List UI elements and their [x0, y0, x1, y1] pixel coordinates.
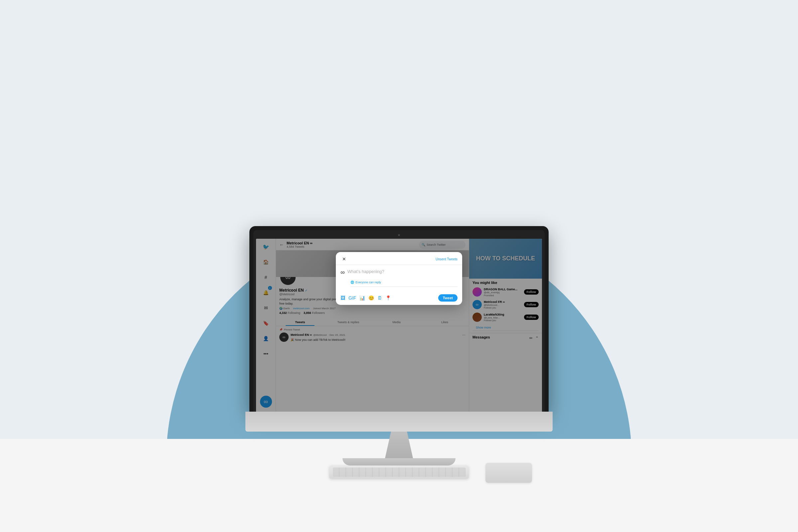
modal-close-button[interactable]: ✕: [341, 255, 348, 263]
modal-body: ∞ What's happening? 🌐 Everyone can reply: [336, 265, 462, 292]
imac-chin: [245, 412, 553, 432]
emoji-icon[interactable]: 😊: [368, 295, 374, 301]
keyboard-keys: [333, 468, 466, 477]
trackpad: [486, 463, 532, 483]
compose-user-icon: ∞: [341, 269, 345, 276]
imac-camera-bar: [256, 233, 542, 238]
unsent-tweets-link[interactable]: Unsent Tweets: [436, 258, 457, 261]
imac-camera: [398, 234, 400, 236]
modal-overlay[interactable]: ✕ Unsent Tweets ∞ What's happening? 🌐: [256, 239, 542, 412]
image-upload-icon[interactable]: 🖼: [341, 295, 345, 301]
modal-toolbar: 🖼 GIF 📊 😊 🗓 📍 Tweet: [336, 292, 462, 305]
imac-bezel: 🐦 🏠 # 🔔 1 ✉ 🔖 👤 •••: [253, 230, 545, 412]
compose-modal: ✕ Unsent Tweets ∞ What's happening? 🌐: [336, 252, 462, 305]
poll-icon[interactable]: 📊: [359, 295, 365, 301]
schedule-icon[interactable]: 🗓: [377, 295, 382, 301]
imac-display: 🐦 🏠 # 🔔 1 ✉ 🔖 👤 •••: [256, 239, 542, 412]
imac-stand-neck: [379, 432, 419, 458]
toolbar-icons: 🖼 GIF 📊 😊 🗓 📍: [341, 295, 391, 301]
imac-computer: 🐦 🏠 # 🔔 1 ✉ 🔖 👤 •••: [245, 226, 553, 466]
scene: 🐦 🏠 # 🔔 1 ✉ 🔖 👤 •••: [0, 0, 798, 532]
reply-permission[interactable]: 🌐 Everyone can reply: [350, 281, 457, 287]
imac-screen-outer: 🐦 🏠 # 🔔 1 ✉ 🔖 👤 •••: [249, 226, 549, 412]
gif-icon[interactable]: GIF: [348, 295, 356, 301]
imac-stand-base: [342, 458, 456, 466]
tweet-submit-button[interactable]: Tweet: [438, 294, 457, 302]
keyboard: [329, 466, 469, 479]
location-icon[interactable]: 📍: [385, 295, 391, 301]
compose-row: ∞ What's happening?: [341, 268, 457, 276]
reply-permission-text: Everyone can reply: [356, 281, 381, 284]
modal-header: ✕ Unsent Tweets: [336, 252, 462, 265]
compose-input-placeholder[interactable]: What's happening?: [347, 268, 457, 274]
globe-icon: 🌐: [350, 281, 354, 284]
